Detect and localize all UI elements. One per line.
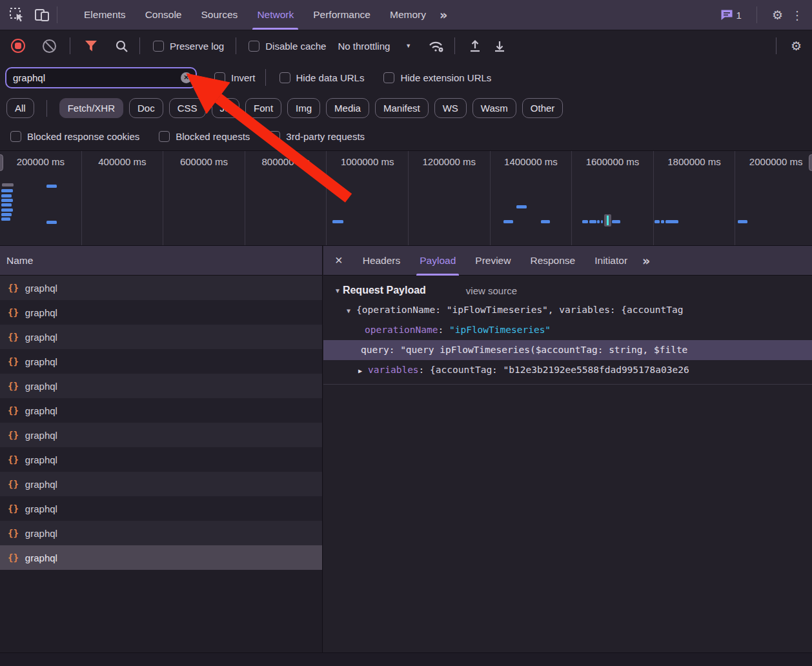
request-name: graphql — [25, 356, 57, 367]
details-tab-initiator[interactable]: Initiator — [585, 246, 637, 276]
export-har-icon[interactable] — [492, 39, 507, 53]
timeline-tick-label: 600000 ms — [180, 156, 228, 167]
request-row[interactable]: {}graphql — [0, 472, 322, 496]
view-source-link[interactable]: view source — [466, 285, 517, 296]
settings-gear-icon[interactable]: ⚙ — [772, 8, 783, 22]
request-details-panel: × HeadersPayloadPreviewResponseInitiator… — [323, 246, 812, 652]
blocked-requests-checkbox[interactable] — [159, 131, 170, 142]
network-conditions-icon[interactable] — [427, 39, 445, 53]
disable-cache-checkbox[interactable] — [249, 41, 259, 52]
details-tab-preview[interactable]: Preview — [465, 246, 520, 276]
request-row[interactable]: {}graphql — [0, 447, 322, 472]
request-timeline-bar — [589, 220, 596, 223]
inspect-element-icon[interactable] — [9, 7, 25, 23]
request-row[interactable]: {}graphql — [0, 349, 322, 374]
tab-network[interactable]: Network — [247, 0, 303, 30]
request-timeline-bar — [1, 199, 13, 202]
collapse-node-icon[interactable]: ▼ — [347, 307, 350, 314]
hide-extension-urls-checkbox[interactable] — [383, 72, 394, 83]
chip-manifest[interactable]: Manifest — [375, 98, 429, 118]
more-panels-icon[interactable]: » — [440, 8, 447, 22]
issues-button[interactable]: 1 — [720, 9, 742, 21]
timeline-right-handle[interactable] — [809, 154, 812, 171]
kebab-menu-icon[interactable]: ⋮ — [791, 8, 803, 22]
import-har-icon[interactable] — [468, 39, 482, 53]
details-tab-response[interactable]: Response — [520, 246, 585, 276]
chip-fetch-xhr[interactable]: Fetch/XHR — [59, 98, 123, 118]
network-overview-timeline[interactable]: 200000 ms400000 ms600000 ms800000 ms1000… — [0, 150, 812, 246]
tab-memory[interactable]: Memory — [380, 0, 436, 30]
chip-ws[interactable]: WS — [434, 98, 467, 118]
timeline-left-handle[interactable] — [0, 154, 3, 171]
chip-doc[interactable]: Doc — [129, 98, 163, 118]
timeline-tick-label: 1400000 ms — [504, 156, 558, 167]
request-timeline-bar — [516, 205, 527, 208]
collapse-section-icon[interactable]: ▼ — [334, 287, 341, 294]
divider — [265, 69, 266, 86]
chip-font[interactable]: Font — [245, 98, 281, 118]
details-tab-headers[interactable]: Headers — [353, 246, 411, 276]
timeline-tick: 1600000 ms — [572, 151, 654, 245]
blocked-response-cookies-checkbox[interactable] — [10, 131, 21, 142]
device-toolbar-icon[interactable] — [34, 8, 50, 23]
hide-data-urls-checkbox[interactable] — [279, 72, 290, 83]
request-row[interactable]: {}graphql — [0, 496, 322, 521]
tab-performance[interactable]: Performance — [303, 0, 380, 30]
network-toolbar: Preserve log Disable cache No throttling… — [0, 30, 812, 61]
divider — [236, 37, 236, 54]
json-request-icon: {} — [8, 405, 19, 416]
request-row[interactable]: {}graphql — [0, 325, 322, 349]
request-row[interactable]: {}graphql — [0, 300, 322, 325]
request-row[interactable]: {}graphql — [0, 545, 322, 570]
third-party-requests-checkbox[interactable] — [269, 131, 280, 142]
chip-media[interactable]: Media — [326, 98, 369, 118]
throttling-dropdown[interactable]: No throttling ▼ — [338, 41, 411, 52]
request-timeline-bar — [655, 220, 660, 223]
request-row[interactable]: {}graphql — [0, 521, 322, 545]
variables-row[interactable]: ▶variables: {accountTag: "b12e3b2192ee55… — [323, 360, 812, 380]
request-payload-section[interactable]: ▼ Request Payload view source — [334, 285, 812, 296]
request-timeline-bar — [665, 220, 678, 223]
payload-preview-text: {operationName: "ipFlowTimeseries", vari… — [356, 305, 683, 315]
filter-input[interactable] — [5, 67, 197, 88]
clear-filter-icon[interactable]: × — [181, 72, 192, 83]
name-column-header[interactable]: Name — [0, 246, 322, 276]
filter-icon[interactable] — [85, 40, 97, 52]
request-row[interactable]: {}graphql — [0, 423, 322, 447]
details-tab-payload[interactable]: Payload — [410, 246, 465, 276]
chip-css[interactable]: CSS — [169, 98, 206, 118]
request-row[interactable]: {}graphql — [0, 276, 322, 300]
json-request-icon: {} — [8, 479, 19, 489]
timeline-tick: 1000000 ms — [327, 151, 409, 245]
divider — [756, 6, 757, 23]
timeline-tick-label: 1600000 ms — [586, 156, 640, 167]
chip-js[interactable]: JS — [212, 98, 240, 118]
request-row[interactable]: {}graphql — [0, 398, 322, 423]
request-timeline-bar — [2, 183, 14, 187]
divider — [57, 6, 57, 23]
invert-label: Invert — [231, 72, 256, 83]
network-settings-gear-icon[interactable]: ⚙ — [791, 39, 802, 53]
tab-elements[interactable]: Elements — [74, 0, 136, 30]
details-tab-bar: × HeadersPayloadPreviewResponseInitiator… — [323, 246, 812, 276]
chip-wasm[interactable]: Wasm — [472, 98, 516, 118]
property-key: variables — [368, 365, 419, 375]
chip-img[interactable]: Img — [287, 98, 320, 118]
payload-root-row[interactable]: ▼{operationName: "ipFlowTimeseries", var… — [323, 300, 812, 320]
record-network-log-button[interactable] — [11, 39, 25, 53]
clear-network-log-button[interactable] — [43, 39, 56, 53]
chip-all[interactable]: All — [6, 98, 34, 118]
property-value: "query ipFlowTimeseries($accountTag: str… — [400, 345, 687, 355]
request-timeline-bar — [46, 221, 57, 224]
preserve-log-checkbox[interactable] — [153, 41, 164, 52]
chip-other[interactable]: Other — [522, 98, 563, 118]
request-row[interactable]: {}graphql — [0, 374, 322, 398]
tab-console[interactable]: Console — [136, 0, 192, 30]
tab-sources[interactable]: Sources — [192, 0, 248, 30]
close-icon[interactable]: × — [335, 253, 343, 268]
query-row-selected[interactable]: query: "query ipFlowTimeseries($accountT… — [323, 340, 812, 360]
expand-node-icon[interactable]: ▶ — [358, 367, 362, 374]
more-tabs-icon[interactable]: » — [642, 254, 650, 268]
search-icon[interactable] — [115, 39, 128, 53]
invert-checkbox[interactable] — [214, 72, 225, 83]
